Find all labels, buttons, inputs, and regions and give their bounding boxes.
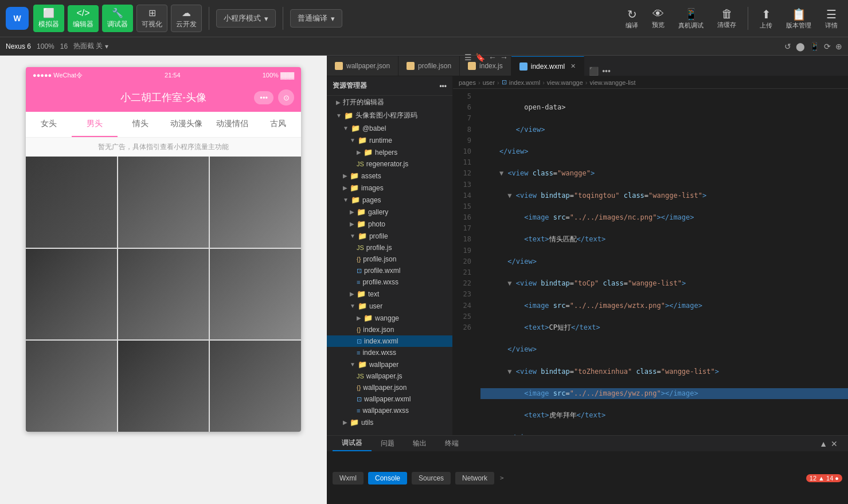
preview-button[interactable]: 👁 预览 [647,5,669,32]
grid-item-6[interactable] [210,249,301,340]
tab-index-wxml[interactable]: index.wxml ✕ [511,56,584,76]
grid-item-4[interactable] [26,249,117,340]
open-editors-section[interactable]: ▶ 打开的编辑器 [327,96,452,109]
compile-button[interactable]: ↻ 编译 [621,5,643,32]
compile-dropdown[interactable]: 普通编译 ▾ [290,9,342,28]
helpers-folder[interactable]: ▶ 📁 helpers [327,146,452,158]
device-name[interactable]: Nexus 6 [6,42,31,50]
grid-item-1[interactable] [26,157,117,248]
grid-item-2[interactable] [118,157,209,248]
wallpaper-folder[interactable]: ▼ 📁 wallpaper [327,358,452,370]
wallpaper-json-file[interactable]: {} wallpaper.json [327,382,452,393]
tab-nantou[interactable]: 男头 [72,112,118,137]
pages-folder-icon: 📁 [351,196,360,204]
bottom-up-icon[interactable]: ▲ [819,439,827,448]
profile-js-file[interactable]: JS profile.js [327,242,452,253]
wangge-folder[interactable]: ▶ 📁 wangge [327,312,452,324]
bottom-tab-problems[interactable]: 问题 [372,436,404,451]
device-orientation[interactable]: 16 [60,42,68,50]
file-tree-more-icon[interactable]: ••• [439,82,447,90]
wallpaper-js-file[interactable]: JS wallpaper.js [327,370,452,382]
upload-button[interactable]: ⬆ 上传 [755,5,777,32]
grid-item-3[interactable] [210,157,301,248]
stop-icon[interactable]: ⬤ [796,42,805,51]
index-wxml-file[interactable]: ⊡ index.wxml [327,335,452,347]
visual-button[interactable]: ⊞ 可视化 [136,5,167,32]
profile-json-file[interactable]: {} profile.json [327,253,452,265]
grid-item-5[interactable] [118,249,209,340]
clear-cache-button[interactable]: 🗑 清缓存 [713,5,741,32]
babel-folder[interactable]: ▼ 📁 @babel [327,122,452,134]
index-json-file[interactable]: {} index.json [327,324,452,335]
tab-bookmark-icon[interactable]: 🔖 [475,56,485,62]
phone-header-icons: ••• ⊙ [254,89,294,106]
pages-folder[interactable]: ▼ 📁 pages [327,194,452,206]
wxml-nav-tab[interactable]: Wxml [333,472,364,485]
cloud-button[interactable]: ☁ 云开发 [171,5,202,32]
mode-dropdown[interactable]: 小程序模式 ▾ [216,9,276,28]
code-line-6: </view> [480,124,848,135]
tab-nvtou[interactable]: 女头 [26,112,72,137]
cursor-icon[interactable]: ⊕ [835,42,842,51]
assets-folder-icon: 📁 [350,171,359,180]
device-zoom[interactable]: 100% [37,42,54,50]
tab-back-icon[interactable]: ← [489,56,497,62]
more-tabs-icon[interactable]: ••• [602,67,611,76]
grid-item-8[interactable] [118,341,209,432]
hotspot-button[interactable]: 热面截 关 ▾ [73,41,108,51]
wallpaper-folder-icon: 📁 [358,360,367,369]
tab-profile-json[interactable]: profile.json [398,56,460,76]
tab-dongman[interactable]: 动漫头像 [163,112,209,137]
tab-wallpaper-json[interactable]: wallpaper.json [327,56,398,76]
profile-wxml-file[interactable]: ⊡ profile.wxml [327,265,452,276]
sources-nav-tab[interactable]: Sources [412,472,451,485]
text-folder-icon: 📁 [357,290,366,298]
profile-folder[interactable]: ▼ 📁 profile [327,230,452,242]
device-debug-button[interactable]: 📱 真机调试 [674,5,708,32]
debugger-button[interactable]: 🔧 调试器 [102,5,133,32]
rotate-icon[interactable]: ⟳ [824,42,831,51]
tab-menu-icon[interactable]: ☰ [464,56,472,62]
console-nav-tab[interactable]: Console [368,472,407,485]
network-nav-tab[interactable]: Network [455,472,494,485]
photo-folder[interactable]: ▶ 📁 photo [327,218,452,230]
bottom-tab-terminal[interactable]: 终端 [436,436,468,451]
utils-folder[interactable]: ▶ 📁 utils [327,416,452,428]
bottom-tab-output[interactable]: 输出 [404,436,436,451]
toolbar-sep-3 [748,7,748,30]
root-section[interactable]: ▼ 📁 头像套图小程序源码 [327,109,452,122]
text-folder[interactable]: ▶ 📁 text [327,288,452,300]
phone-more-icon[interactable]: ••• [254,91,273,104]
images-folder[interactable]: ▶ 📁 images [327,182,452,194]
user-folder[interactable]: ▼ 📁 user [327,300,452,312]
version-button[interactable]: 📋 版本管理 [781,5,816,32]
profile-wxss-file[interactable]: ≡ profile.wxss [327,276,452,288]
simulator-icon: ⬜ [43,7,54,18]
tab-close-icon[interactable]: ✕ [570,62,576,70]
tab-gufeng[interactable]: 古风 [255,112,301,137]
gallery-folder[interactable]: ▶ 📁 gallery [327,206,452,218]
detail-button[interactable]: ☰ 详情 [820,5,842,32]
runtime-folder[interactable]: ▼ 📁 runtime [327,134,452,146]
split-editor-icon[interactable]: ⬛ [589,67,599,76]
editor-button[interactable]: </> 编辑器 [68,5,99,32]
reload-icon[interactable]: ↺ [784,42,791,51]
bottom-tab-debugger[interactable]: 调试器 [333,436,372,451]
root-folder-icon: 📁 [344,111,353,120]
grid-item-7[interactable] [26,341,117,432]
wallpaper-wxml-file[interactable]: ⊡ wallpaper.wxml [327,393,452,405]
grid-item-9[interactable] [210,341,301,432]
bottom-close-icon[interactable]: ✕ [831,439,838,448]
phone-circle-icon[interactable]: ⊙ [278,89,294,106]
tab-dongmancp[interactable]: 动漫情侣 [209,112,255,137]
simulator-button[interactable]: ⬜ 模拟器 [33,5,64,32]
index-wxss-file[interactable]: ≡ index.wxss [327,347,452,358]
tab-qingtou[interactable]: 情头 [118,112,163,137]
tab-forward-icon[interactable]: → [500,56,508,62]
assets-folder[interactable]: ▶ 📁 assets [327,170,452,182]
main-area: ●●●●● WeChat令 21:54 100% ▓▓▓ 小二胡工作室-头像 •… [0,56,848,504]
phone-outline-icon[interactable]: 📱 [810,42,819,51]
wallpaperjs-icon: JS [357,373,364,380]
wallpaper-wxss-file[interactable]: ≡ wallpaper.wxss [327,405,452,416]
regenerator-js-file[interactable]: JS regenerator.js [327,158,452,170]
